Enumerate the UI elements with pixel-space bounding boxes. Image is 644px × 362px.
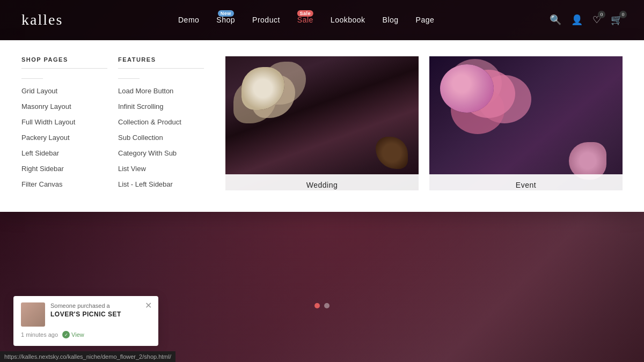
wedding-label: Wedding xyxy=(225,174,419,196)
menu-list-view[interactable]: List View xyxy=(118,165,204,173)
toast-title: LOVER'S PICNIC SET xyxy=(50,311,151,318)
shop-pages-title: SHOP PAGES xyxy=(21,56,107,69)
menu-category-with-sub[interactable]: Category With Sub xyxy=(118,149,204,157)
wishlist-count: 0 xyxy=(598,11,605,18)
toast-notification: ✕ Someone purchased a LOVER'S PICNIC SET… xyxy=(13,296,158,346)
nav-lookbook[interactable]: Lookbook xyxy=(331,16,365,24)
event-image xyxy=(429,56,623,190)
menu-left-sidebar[interactable]: Left Sidebar xyxy=(21,149,107,157)
nav-product[interactable]: Product xyxy=(252,16,280,24)
menu-grid-layout[interactable]: Grid Layout xyxy=(21,87,107,95)
nav-sale[interactable]: Sale Sale xyxy=(297,16,313,24)
search-icon[interactable]: 🔍 xyxy=(550,14,561,26)
menu-load-more[interactable]: Load More Button xyxy=(118,87,204,95)
badge-sale: Sale xyxy=(297,10,314,17)
nav-shop[interactable]: New Shop xyxy=(216,16,235,24)
toast-thumbnail xyxy=(21,302,45,327)
check-icon: ✓ xyxy=(62,331,70,338)
dot-2[interactable] xyxy=(324,303,330,308)
menu-image-event[interactable]: Event xyxy=(429,56,623,196)
mega-menu: SHOP PAGES Grid Layout Masonry Layout Fu… xyxy=(0,40,644,212)
toast-time: 1 minutes ago xyxy=(21,331,58,338)
navbar: kalles Demo New Shop Product Sale Sale L… xyxy=(0,0,644,40)
toast-header: Someone purchased a LOVER'S PICNIC SET xyxy=(21,302,151,327)
toast-view-label: View xyxy=(71,331,84,338)
toast-content: Someone purchased a LOVER'S PICNIC SET xyxy=(50,302,151,318)
menu-list-left-sidebar[interactable]: List - Left Sidebar xyxy=(118,180,204,188)
toast-footer: 1 minutes ago ✓ View xyxy=(21,331,151,338)
menu-images: Wedding Event xyxy=(225,56,623,196)
menu-right-sidebar[interactable]: Right Sidebar xyxy=(21,165,107,173)
account-icon[interactable]: 👤 xyxy=(571,14,583,26)
menu-filter-canvas[interactable]: Filter Canvas xyxy=(21,180,107,188)
menu-full-width-layout[interactable]: Full Width Layout xyxy=(21,118,107,126)
toast-close-button[interactable]: ✕ xyxy=(145,301,152,310)
menu-infinit-scrolling[interactable]: Infinit Scrolling xyxy=(118,102,204,110)
nav-links: Demo New Shop Product Sale Sale Lookbook… xyxy=(178,16,434,24)
slider-dots xyxy=(314,303,330,308)
toast-view-button[interactable]: ✓ View xyxy=(62,331,84,338)
nav-demo[interactable]: Demo xyxy=(178,16,199,24)
nav-blog[interactable]: Blog xyxy=(383,16,399,24)
dot-1[interactable] xyxy=(314,303,320,308)
divider-2 xyxy=(118,78,140,79)
cart-count: 0 xyxy=(619,11,627,18)
cart-icon[interactable]: 🛒 0 xyxy=(611,14,623,26)
menu-masonry-layout[interactable]: Masonry Layout xyxy=(21,102,107,110)
features-section: FEATURES Load More Button Infinit Scroll… xyxy=(118,56,204,196)
wishlist-icon[interactable]: ♡ 0 xyxy=(592,14,601,26)
divider-1 xyxy=(21,78,43,79)
logo[interactable]: kalles xyxy=(21,11,63,28)
nav-page[interactable]: Page xyxy=(416,16,435,24)
toast-label: Someone purchased a xyxy=(50,302,151,309)
menu-sub-collection[interactable]: Sub Collection xyxy=(118,134,204,142)
features-title: FEATURES xyxy=(118,56,204,69)
shop-pages-section: SHOP PAGES Grid Layout Masonry Layout Fu… xyxy=(21,56,107,196)
wedding-image xyxy=(225,56,419,190)
badge-new: New xyxy=(218,10,234,17)
menu-image-wedding[interactable]: Wedding xyxy=(225,56,419,196)
event-label: Event xyxy=(429,174,623,196)
menu-collection-product[interactable]: Collection & Product xyxy=(118,118,204,126)
nav-icons: 🔍 👤 ♡ 0 🛒 0 xyxy=(550,14,623,26)
status-url: https://kalles.nextsky.co/kalles_niche/d… xyxy=(4,353,171,360)
status-bar: https://kalles.nextsky.co/kalles_niche/d… xyxy=(0,351,175,362)
menu-packery-layout[interactable]: Packery Layout xyxy=(21,134,107,142)
